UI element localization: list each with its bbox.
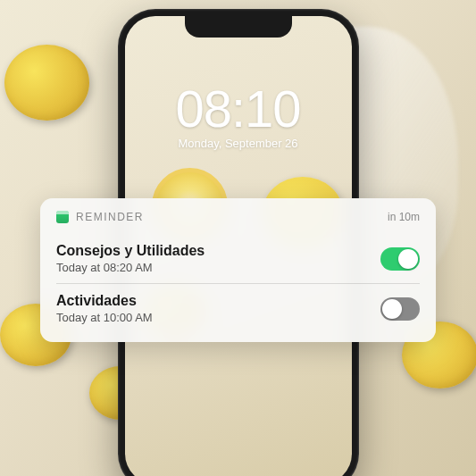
reminder-time: Today at 10:00 AM: [56, 311, 380, 324]
toggle-knob: [382, 299, 402, 319]
phone-notch: [185, 16, 292, 38]
toggle-knob: [398, 249, 418, 269]
reminder-toggle-switch[interactable]: [380, 247, 420, 271]
reminder-item: Actividades Today at 10:00 AM: [56, 283, 420, 333]
reminder-content: Actividades Today at 10:00 AM: [56, 293, 380, 324]
reminder-title: Consejos y Utilidades: [56, 243, 380, 259]
lockscreen-clock: 08:10 Monday, September 26: [125, 83, 352, 150]
reminder-content: Consejos y Utilidades Today at 08:20 AM: [56, 243, 380, 274]
calendar-icon: [56, 211, 69, 223]
time-remaining-label: in 10m: [388, 211, 420, 223]
notification-header: REMINDER in 10m: [56, 211, 420, 223]
clock-time: 08:10: [125, 83, 352, 135]
reminder-notification-card[interactable]: REMINDER in 10m Consejos y Utilidades To…: [40, 198, 436, 342]
clock-date: Monday, September 26: [125, 137, 352, 150]
reminder-item: Consejos y Utilidades Today at 08:20 AM: [56, 234, 420, 283]
reminder-title: Actividades: [56, 293, 380, 309]
lemon-decoration: [4, 45, 89, 121]
reminder-toggle-switch[interactable]: [380, 297, 420, 321]
app-name-label: REMINDER: [76, 211, 380, 223]
reminder-time: Today at 08:20 AM: [56, 261, 380, 274]
